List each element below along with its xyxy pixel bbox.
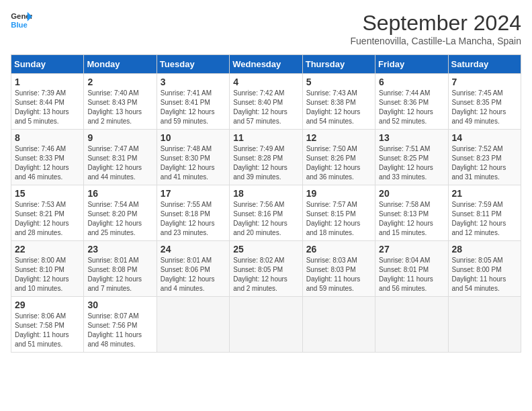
day-info: Sunrise: 8:00 AM Sunset: 8:10 PM Dayligh… bbox=[15, 256, 80, 293]
day-cell-9: 9Sunrise: 7:47 AM Sunset: 8:31 PM Daylig… bbox=[84, 130, 157, 185]
day-number: 19 bbox=[306, 188, 371, 199]
day-info: Sunrise: 7:56 AM Sunset: 8:16 PM Dayligh… bbox=[233, 200, 298, 238]
calendar-week-4: 22Sunrise: 8:00 AM Sunset: 8:10 PM Dayli… bbox=[11, 241, 521, 297]
day-info: Sunrise: 8:01 AM Sunset: 8:06 PM Dayligh… bbox=[161, 256, 226, 293]
day-number: 28 bbox=[452, 244, 517, 255]
day-number: 30 bbox=[87, 300, 152, 310]
day-number: 26 bbox=[306, 244, 371, 255]
calendar-week-5: 29Sunrise: 8:06 AM Sunset: 7:58 PM Dayli… bbox=[11, 297, 521, 353]
day-cell-27: 27Sunrise: 8:04 AM Sunset: 8:01 PM Dayli… bbox=[375, 241, 448, 297]
day-number: 10 bbox=[161, 132, 226, 143]
day-number: 18 bbox=[233, 188, 298, 199]
day-cell-23: 23Sunrise: 8:01 AM Sunset: 8:08 PM Dayli… bbox=[84, 241, 157, 297]
day-number: 3 bbox=[161, 77, 226, 87]
day-info: Sunrise: 7:48 AM Sunset: 8:30 PM Dayligh… bbox=[161, 144, 226, 182]
logo-icon: General Blue bbox=[11, 11, 32, 30]
day-info: Sunrise: 8:06 AM Sunset: 7:58 PM Dayligh… bbox=[15, 312, 80, 349]
day-number: 4 bbox=[233, 77, 298, 87]
day-number: 13 bbox=[379, 132, 444, 143]
day-cell-12: 12Sunrise: 7:50 AM Sunset: 8:26 PM Dayli… bbox=[302, 130, 375, 185]
day-number: 5 bbox=[306, 77, 371, 87]
day-cell-24: 24Sunrise: 8:01 AM Sunset: 8:06 PM Dayli… bbox=[157, 241, 229, 297]
day-info: Sunrise: 7:46 AM Sunset: 8:33 PM Dayligh… bbox=[15, 144, 80, 182]
day-cell-14: 14Sunrise: 7:52 AM Sunset: 8:23 PM Dayli… bbox=[448, 130, 521, 185]
day-cell-22: 22Sunrise: 8:00 AM Sunset: 8:10 PM Dayli… bbox=[11, 241, 84, 297]
day-cell-8: 8Sunrise: 7:46 AM Sunset: 8:33 PM Daylig… bbox=[11, 130, 84, 185]
day-info: Sunrise: 7:39 AM Sunset: 8:44 PM Dayligh… bbox=[15, 89, 80, 126]
weekday-wednesday: Wednesday bbox=[230, 55, 302, 74]
calendar-week-1: 1Sunrise: 7:39 AM Sunset: 8:44 PM Daylig… bbox=[11, 74, 521, 130]
day-info: Sunrise: 7:42 AM Sunset: 8:40 PM Dayligh… bbox=[233, 89, 298, 126]
day-cell-5: 5Sunrise: 7:43 AM Sunset: 8:38 PM Daylig… bbox=[302, 74, 375, 130]
day-info: Sunrise: 7:58 AM Sunset: 8:13 PM Dayligh… bbox=[379, 200, 444, 238]
day-cell-2: 2Sunrise: 7:40 AM Sunset: 8:43 PM Daylig… bbox=[84, 74, 157, 130]
day-cell-17: 17Sunrise: 7:55 AM Sunset: 8:18 PM Dayli… bbox=[157, 185, 229, 241]
day-info: Sunrise: 8:05 AM Sunset: 8:00 PM Dayligh… bbox=[452, 256, 517, 293]
day-number: 17 bbox=[161, 188, 226, 199]
day-info: Sunrise: 8:02 AM Sunset: 8:05 PM Dayligh… bbox=[233, 256, 298, 293]
day-info: Sunrise: 7:47 AM Sunset: 8:31 PM Dayligh… bbox=[87, 144, 152, 182]
day-number: 14 bbox=[452, 132, 517, 143]
day-cell-20: 20Sunrise: 7:58 AM Sunset: 8:13 PM Dayli… bbox=[375, 185, 448, 241]
day-number: 2 bbox=[87, 77, 152, 87]
day-info: Sunrise: 7:54 AM Sunset: 8:20 PM Dayligh… bbox=[87, 200, 152, 238]
day-info: Sunrise: 7:49 AM Sunset: 8:28 PM Dayligh… bbox=[233, 144, 298, 182]
day-info: Sunrise: 8:04 AM Sunset: 8:01 PM Dayligh… bbox=[379, 256, 444, 293]
day-cell-18: 18Sunrise: 7:56 AM Sunset: 8:16 PM Dayli… bbox=[230, 185, 302, 241]
day-info: Sunrise: 7:50 AM Sunset: 8:26 PM Dayligh… bbox=[306, 144, 371, 182]
weekday-sunday: Sunday bbox=[11, 55, 84, 74]
day-cell-15: 15Sunrise: 7:53 AM Sunset: 8:21 PM Dayli… bbox=[11, 185, 84, 241]
day-info: Sunrise: 7:44 AM Sunset: 8:36 PM Dayligh… bbox=[379, 89, 444, 126]
title-section: September 2024 Fuentenovilla, Castille-L… bbox=[351, 11, 521, 46]
day-info: Sunrise: 8:07 AM Sunset: 7:56 PM Dayligh… bbox=[87, 312, 152, 349]
day-info: Sunrise: 8:01 AM Sunset: 8:08 PM Dayligh… bbox=[87, 256, 152, 293]
day-info: Sunrise: 7:57 AM Sunset: 8:15 PM Dayligh… bbox=[306, 200, 371, 238]
empty-cell bbox=[375, 297, 448, 353]
day-number: 21 bbox=[452, 188, 517, 199]
day-info: Sunrise: 8:03 AM Sunset: 8:03 PM Dayligh… bbox=[306, 256, 371, 293]
day-cell-25: 25Sunrise: 8:02 AM Sunset: 8:05 PM Dayli… bbox=[230, 241, 302, 297]
day-number: 20 bbox=[379, 188, 444, 199]
day-cell-13: 13Sunrise: 7:51 AM Sunset: 8:25 PM Dayli… bbox=[375, 130, 448, 185]
weekday-monday: Monday bbox=[84, 55, 157, 74]
day-number: 9 bbox=[87, 132, 152, 143]
day-number: 15 bbox=[15, 188, 80, 199]
day-number: 11 bbox=[233, 132, 298, 143]
day-cell-10: 10Sunrise: 7:48 AM Sunset: 8:30 PM Dayli… bbox=[157, 130, 229, 185]
day-cell-19: 19Sunrise: 7:57 AM Sunset: 8:15 PM Dayli… bbox=[302, 185, 375, 241]
weekday-header-row: SundayMondayTuesdayWednesdayThursdayFrid… bbox=[11, 55, 521, 74]
day-number: 7 bbox=[452, 77, 517, 87]
day-info: Sunrise: 7:43 AM Sunset: 8:38 PM Dayligh… bbox=[306, 89, 371, 126]
day-number: 6 bbox=[379, 77, 444, 87]
month-title: September 2024 bbox=[351, 11, 521, 36]
day-number: 24 bbox=[161, 244, 226, 255]
day-cell-21: 21Sunrise: 7:59 AM Sunset: 8:11 PM Dayli… bbox=[448, 185, 521, 241]
page-header: General Blue September 2024 Fuentenovill… bbox=[11, 11, 521, 46]
day-cell-1: 1Sunrise: 7:39 AM Sunset: 8:44 PM Daylig… bbox=[11, 74, 84, 130]
day-info: Sunrise: 7:53 AM Sunset: 8:21 PM Dayligh… bbox=[15, 200, 80, 238]
day-info: Sunrise: 7:45 AM Sunset: 8:35 PM Dayligh… bbox=[452, 89, 517, 126]
day-cell-16: 16Sunrise: 7:54 AM Sunset: 8:20 PM Dayli… bbox=[84, 185, 157, 241]
day-number: 16 bbox=[87, 188, 152, 199]
day-cell-3: 3Sunrise: 7:41 AM Sunset: 8:41 PM Daylig… bbox=[157, 74, 229, 130]
day-cell-29: 29Sunrise: 8:06 AM Sunset: 7:58 PM Dayli… bbox=[11, 297, 84, 353]
day-number: 8 bbox=[15, 132, 80, 143]
day-info: Sunrise: 7:40 AM Sunset: 8:43 PM Dayligh… bbox=[87, 89, 152, 126]
day-number: 12 bbox=[306, 132, 371, 143]
weekday-thursday: Thursday bbox=[302, 55, 375, 74]
day-cell-28: 28Sunrise: 8:05 AM Sunset: 8:00 PM Dayli… bbox=[448, 241, 521, 297]
day-cell-11: 11Sunrise: 7:49 AM Sunset: 8:28 PM Dayli… bbox=[230, 130, 302, 185]
day-info: Sunrise: 7:59 AM Sunset: 8:11 PM Dayligh… bbox=[452, 200, 517, 238]
calendar-table: SundayMondayTuesdayWednesdayThursdayFrid… bbox=[11, 54, 521, 353]
weekday-tuesday: Tuesday bbox=[157, 55, 229, 74]
day-cell-26: 26Sunrise: 8:03 AM Sunset: 8:03 PM Dayli… bbox=[302, 241, 375, 297]
day-number: 25 bbox=[233, 244, 298, 255]
location: Fuentenovilla, Castille-La Mancha, Spain bbox=[351, 36, 521, 46]
calendar-week-2: 8Sunrise: 7:46 AM Sunset: 8:33 PM Daylig… bbox=[11, 130, 521, 185]
empty-cell bbox=[230, 297, 302, 353]
day-info: Sunrise: 7:51 AM Sunset: 8:25 PM Dayligh… bbox=[379, 144, 444, 182]
empty-cell bbox=[157, 297, 229, 353]
day-number: 1 bbox=[15, 77, 80, 87]
day-cell-6: 6Sunrise: 7:44 AM Sunset: 8:36 PM Daylig… bbox=[375, 74, 448, 130]
logo: General Blue bbox=[11, 11, 32, 30]
